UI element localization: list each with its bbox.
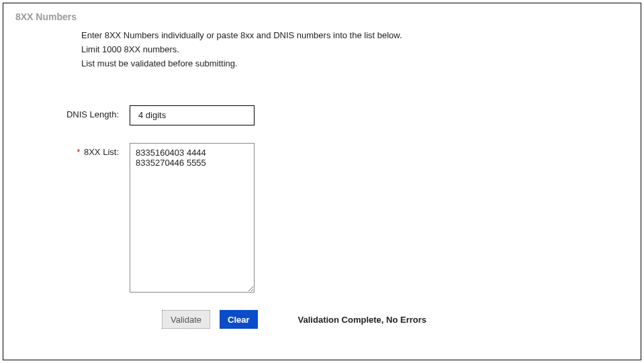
instruction-line: Limit 1000 8XX numbers. <box>81 43 629 57</box>
panel-8xx-numbers: 8XX Numbers Enter 8XX Numbers individual… <box>3 3 641 360</box>
row-dnis-length: DNIS Length: 4 digits <box>15 105 629 125</box>
required-marker: * <box>77 147 80 157</box>
validation-status: Validation Complete, No Errors <box>298 315 426 325</box>
instruction-line: Enter 8XX Numbers individually or paste … <box>81 29 629 43</box>
instruction-line: List must be validated before submitting… <box>81 57 629 71</box>
row-8xx-list: * 8XX List: 8335160403 4444 8335270446 5… <box>15 143 629 293</box>
8xx-list-label-wrap: * 8XX List: <box>15 143 130 157</box>
8xx-list-label: 8XX List: <box>84 147 119 157</box>
button-row: Validate Clear Validation Complete, No E… <box>162 310 629 329</box>
dnis-length-value: 4 digits <box>130 105 255 125</box>
8xx-list-textarea[interactable]: 8335160403 4444 8335270446 5555 <box>130 143 255 293</box>
dnis-length-label: DNIS Length: <box>15 105 130 119</box>
instructions-block: Enter 8XX Numbers individually or paste … <box>81 29 629 70</box>
clear-button[interactable]: Clear <box>220 310 258 329</box>
panel-title: 8XX Numbers <box>15 11 629 22</box>
validate-button[interactable]: Validate <box>162 310 210 329</box>
